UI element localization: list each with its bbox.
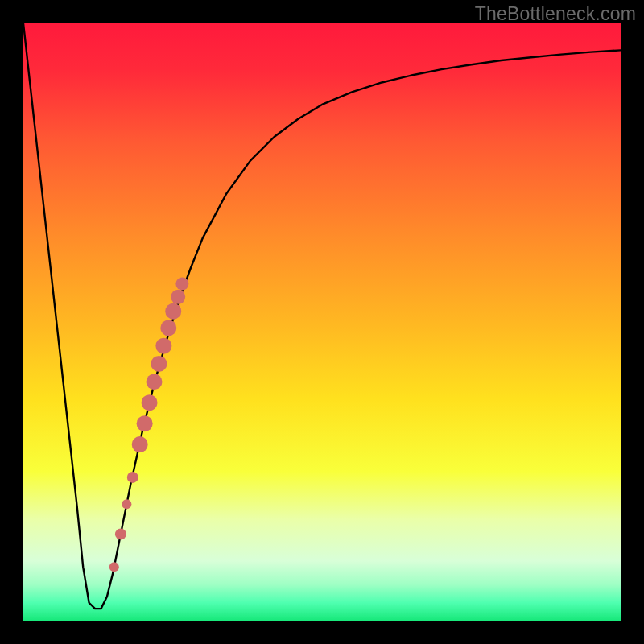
highlight-dot <box>109 562 119 572</box>
plot-area <box>23 23 621 621</box>
highlight-dot <box>137 415 153 431</box>
highlight-dot <box>160 320 176 336</box>
highlight-dot <box>165 303 181 320</box>
highlight-dot <box>147 374 163 390</box>
highlight-dot <box>142 394 158 411</box>
watermark-text: TheBottleneck.com <box>475 3 636 25</box>
chart-frame: TheBottleneck.com <box>0 0 644 644</box>
highlight-dot <box>155 338 171 354</box>
highlight-dot <box>132 436 148 452</box>
highlight-dot <box>127 472 138 483</box>
highlight-dot <box>151 356 167 372</box>
highlight-dot <box>122 499 131 509</box>
highlight-dot <box>115 528 126 539</box>
highlight-dots <box>23 23 621 621</box>
highlight-dot <box>175 278 188 291</box>
highlight-dot <box>171 290 185 304</box>
